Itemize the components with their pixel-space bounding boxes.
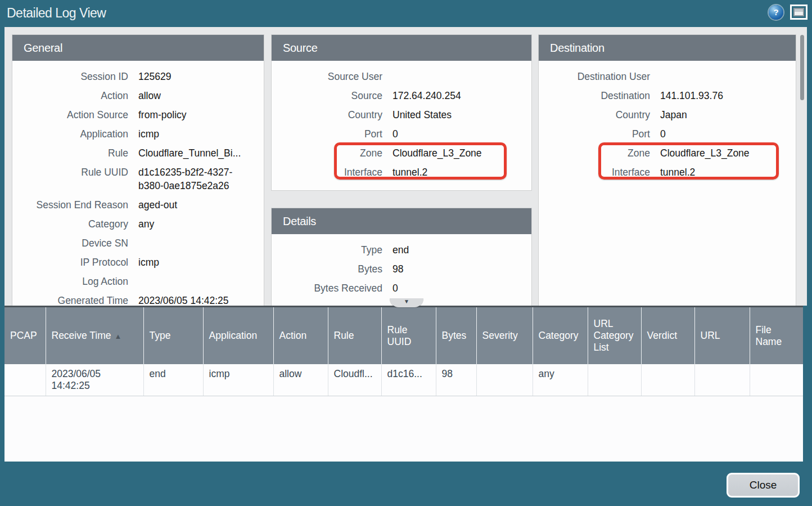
field-value bbox=[660, 70, 669, 83]
table-cell bbox=[750, 364, 803, 396]
field-row: CountryJapan bbox=[539, 108, 796, 122]
column-header-bytes[interactable]: Bytes bbox=[436, 307, 476, 364]
field-label: Category bbox=[12, 217, 128, 231]
titlebar-icons: ? bbox=[769, 5, 808, 20]
column-header-category[interactable]: Category bbox=[533, 307, 588, 364]
field-value: allow bbox=[138, 89, 170, 102]
help-glyph: ? bbox=[773, 8, 778, 16]
field-label: Session ID bbox=[12, 70, 128, 83]
field-value: Cloudflare_L3_Zone bbox=[660, 146, 759, 160]
table-cell: 2023/06/05 14:42:25 bbox=[46, 364, 143, 396]
field-row: Session ID125629 bbox=[12, 70, 264, 83]
log-table: PCAPReceive Time▲TypeApplicationActionRu… bbox=[4, 306, 803, 462]
field-value: United States bbox=[393, 108, 461, 122]
collapse-handle[interactable]: ▼ bbox=[390, 298, 423, 307]
chevron-down-icon: ▼ bbox=[404, 298, 409, 305]
panel-source-title: Source bbox=[272, 35, 531, 61]
field-label: Session End Reason bbox=[12, 198, 128, 212]
detailed-log-view-dialog: Detailed Log View ? General Session ID12… bbox=[0, 0, 812, 506]
field-row: Bytes98 bbox=[272, 262, 531, 276]
titlebar: Detailed Log View ? bbox=[0, 0, 812, 27]
field-row: Destination141.101.93.76 bbox=[539, 89, 796, 102]
field-label: Destination bbox=[539, 89, 650, 102]
field-label: Source bbox=[272, 89, 382, 102]
field-label: Zone bbox=[539, 146, 650, 160]
panel-source-rows: Source UserSource172.64.240.254CountryUn… bbox=[272, 61, 531, 179]
help-icon[interactable]: ? bbox=[769, 5, 783, 20]
panel-details-title: Details bbox=[272, 208, 531, 234]
field-label: Application bbox=[12, 127, 128, 141]
column-header-url[interactable]: URL bbox=[694, 307, 750, 364]
column-header-file-name[interactable]: File Name bbox=[750, 307, 803, 364]
field-label: Source User bbox=[272, 70, 382, 83]
field-value: 141.101.93.76 bbox=[660, 89, 732, 102]
close-button[interactable]: Close bbox=[727, 473, 800, 498]
table-cell: icmp bbox=[203, 364, 273, 396]
field-row: ZoneCloudflare_L3_Zone bbox=[539, 146, 796, 160]
field-label: Device SN bbox=[12, 236, 128, 250]
field-row: Generated Time2023/06/05 14:42:25 bbox=[12, 294, 264, 306]
field-label: Action Source bbox=[12, 108, 128, 122]
table-row[interactable]: 2023/06/05 14:42:25endicmpallowCloudfl..… bbox=[4, 364, 803, 396]
field-value: Japan bbox=[660, 108, 696, 122]
field-row: Port0 bbox=[272, 127, 531, 141]
table-cell bbox=[476, 364, 533, 396]
column-header-pcap[interactable]: PCAP bbox=[4, 307, 46, 364]
column-header-rule-uuid[interactable]: Rule UUID bbox=[381, 307, 436, 364]
table-cell bbox=[4, 364, 46, 396]
field-label: Destination User bbox=[539, 70, 650, 83]
field-label: Country bbox=[539, 108, 650, 122]
column-header-rule[interactable]: Rule bbox=[328, 307, 381, 364]
column-header-application[interactable]: Application bbox=[203, 307, 273, 364]
field-value: end bbox=[393, 243, 418, 257]
scrollbar-thumb[interactable] bbox=[800, 35, 804, 100]
field-label: Port bbox=[272, 127, 382, 141]
field-row: Interfacetunnel.2 bbox=[539, 165, 796, 179]
field-row: Bytes Received0 bbox=[272, 281, 531, 295]
field-label: Port bbox=[539, 127, 650, 141]
field-value: 2023/06/05 14:42:25 bbox=[138, 294, 238, 306]
page-title: Detailed Log View bbox=[7, 6, 106, 21]
field-value: from-policy bbox=[138, 108, 196, 122]
field-row: Actionallow bbox=[12, 89, 264, 102]
field-row: IP Protocolicmp bbox=[12, 256, 264, 269]
field-row: Destination User bbox=[539, 70, 796, 83]
field-row: CountryUnited States bbox=[272, 108, 531, 122]
column-header-url-category-list[interactable]: URL Category List bbox=[588, 307, 641, 364]
field-label: IP Protocol bbox=[12, 256, 128, 269]
column-header-action[interactable]: Action bbox=[273, 307, 328, 364]
field-label: Bytes bbox=[272, 262, 382, 276]
field-value: d1c16235-b2f2-4327-b380-0ae1875e2a26 bbox=[138, 165, 263, 192]
column-header-receive-time[interactable]: Receive Time▲ bbox=[46, 307, 143, 364]
field-value: tunnel.2 bbox=[660, 165, 704, 179]
field-value: icmp bbox=[138, 256, 168, 269]
field-value: icmp bbox=[138, 127, 168, 141]
field-label: Zone bbox=[272, 146, 382, 160]
field-value: 0 bbox=[393, 281, 407, 295]
column-header-type[interactable]: Type bbox=[143, 307, 203, 364]
field-row: Interfacetunnel.2 bbox=[272, 165, 531, 179]
field-value: 0 bbox=[660, 127, 675, 141]
table-cell bbox=[694, 364, 750, 396]
panel-destination-rows: Destination UserDestination141.101.93.76… bbox=[539, 61, 796, 179]
field-value: 98 bbox=[393, 262, 412, 276]
field-row: Device SN bbox=[12, 236, 264, 250]
log-detail-area: General Session ID125629ActionallowActio… bbox=[4, 27, 807, 306]
field-label: Rule bbox=[12, 146, 128, 160]
window-icon[interactable] bbox=[790, 5, 808, 20]
field-value bbox=[393, 70, 402, 83]
field-value: any bbox=[138, 217, 163, 231]
field-label: Generated Time bbox=[12, 294, 128, 306]
table-cell bbox=[641, 364, 694, 396]
field-label: Log Action bbox=[12, 275, 128, 288]
field-value: Cloudflare_Tunnel_Bi... bbox=[138, 146, 250, 160]
highlight-annotation-box: ZoneCloudflare_L3_ZoneInterfacetunnel.2 bbox=[539, 146, 796, 179]
field-label: Interface bbox=[272, 165, 382, 179]
field-row: Action Sourcefrom-policy bbox=[12, 108, 264, 122]
field-value: 125629 bbox=[138, 70, 180, 83]
field-value bbox=[138, 236, 147, 250]
field-label: Country bbox=[272, 108, 382, 122]
column-header-verdict[interactable]: Verdict bbox=[641, 307, 694, 364]
column-header-severity[interactable]: Severity bbox=[476, 307, 533, 364]
table-header-row: PCAPReceive Time▲TypeApplicationActionRu… bbox=[4, 307, 803, 364]
